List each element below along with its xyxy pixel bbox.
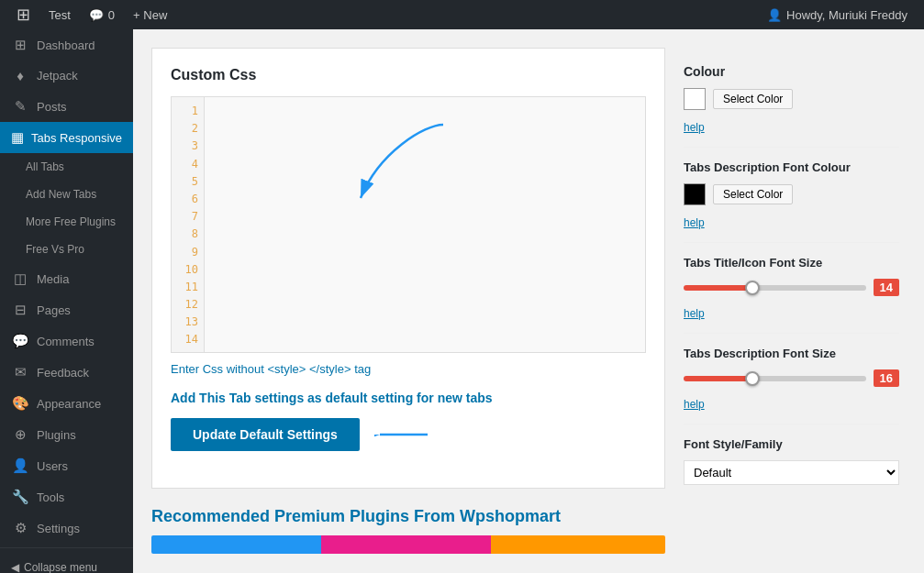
sidebar-collapse-button[interactable]: ◀ Collapse menu: [0, 552, 133, 573]
sidebar-item-jetpack[interactable]: ♦ Jetpack: [0, 61, 133, 91]
sidebar-item-label: Jetpack: [37, 69, 78, 83]
title-font-size-help-link[interactable]: help: [684, 307, 705, 320]
sidebar-item-tabs-responsive[interactable]: ▦ Tabs Responsive: [0, 122, 133, 153]
default-settings-heading: Add This Tab settings as default setting…: [171, 391, 646, 405]
tabs-desc-font-colour-section: Tabs Description Font Colour Select Colo…: [684, 148, 899, 243]
desc-font-size-help-link[interactable]: help: [684, 398, 705, 411]
line-numbers: 12345 678910 1112131415 16171819: [172, 97, 205, 352]
collapse-label: Collapse menu: [24, 561, 97, 573]
sidebar-item-label: Dashboard: [37, 39, 95, 52]
sidebar-item-label: Feedback: [37, 366, 89, 380]
sidebar-item-pages[interactable]: ⊟ Pages: [0, 294, 133, 325]
sidebar-item-label: Media: [37, 272, 69, 286]
tabs-desc-colour-swatch[interactable]: [684, 183, 706, 205]
adminbar-new[interactable]: + New: [124, 0, 176, 29]
tabs-desc-font-size-label: Tabs Description Font Size: [684, 347, 899, 360]
posts-icon: ✎: [11, 98, 29, 115]
title-font-size-thumb[interactable]: [745, 281, 760, 295]
tabs-title-icon-font-size-section: Tabs Title/Icon Font Size 14 help: [684, 243, 899, 334]
sidebar-item-label: Posts: [37, 100, 67, 114]
admin-bar: ⊞ Test 💬 0 + New 👤 Howdy, Muriuki Freddy: [0, 0, 924, 29]
update-default-settings-button[interactable]: Update Default Settings: [171, 418, 360, 451]
font-style-family-select[interactable]: Default Arial Georgia Times New Roman: [684, 460, 899, 485]
settings-icon: ⚙: [11, 520, 29, 536]
sidebar-item-media[interactable]: ◫ Media: [0, 263, 133, 294]
colour-label: Colour: [684, 61, 899, 79]
sidebar-submenu-all-tabs[interactable]: All Tabs: [0, 153, 133, 181]
font-style-family-section: Font Style/Family Default Arial Georgia …: [684, 424, 899, 498]
custom-css-card: Custom Css 12345 678910 1112131415 16171…: [151, 48, 665, 489]
sidebar-item-feedback[interactable]: ✉ Feedback: [0, 357, 133, 388]
pages-icon: ⊟: [11, 302, 29, 318]
desc-font-size-slider[interactable]: [684, 376, 866, 381]
select-color-button[interactable]: Select Color: [713, 89, 793, 109]
howdy-text: Howdy, Muriuki Freddy: [786, 8, 907, 22]
comments-icon: 💬: [11, 333, 29, 349]
wp-logo-icon[interactable]: ⊞: [7, 5, 39, 25]
jetpack-icon: ♦: [11, 68, 29, 83]
comment-icon: 💬: [89, 8, 104, 22]
sidebar-item-settings[interactable]: ⚙ Settings: [0, 512, 133, 544]
sidebar-item-label: Comments: [37, 335, 95, 348]
title-font-size-slider[interactable]: [684, 285, 866, 291]
sidebar-item-users[interactable]: 👤 Users: [0, 450, 133, 481]
sidebar-item-tools[interactable]: 🔧 Tools: [0, 481, 133, 512]
css-helper-text: Enter Css without <style> </style> tag: [171, 362, 646, 376]
sidebar-divider: [0, 547, 133, 548]
sidebar-submenu-free-vs-pro[interactable]: Free Vs Pro: [0, 236, 133, 263]
colour-swatch[interactable]: [684, 88, 706, 110]
sidebar-item-label: Appearance: [37, 397, 101, 411]
sidebar-item-posts[interactable]: ✎ Posts: [0, 91, 133, 122]
add-new-tabs-label: Add New Tabs: [26, 188, 96, 201]
sidebar-item-label: Pages: [37, 303, 71, 317]
title-font-size-value: 14: [874, 279, 899, 296]
code-area-container[interactable]: [205, 97, 645, 352]
desc-font-size-thumb[interactable]: [745, 371, 760, 386]
sidebar-submenu-more-free-plugins[interactable]: More Free Plugins: [0, 208, 133, 236]
right-panel: Colour Select Color help Tabs Descriptio…: [684, 48, 899, 555]
adminbar-comments[interactable]: 💬 0: [80, 0, 124, 29]
adminbar-user[interactable]: 👤 Howdy, Muriuki Freddy: [758, 8, 917, 22]
tabs-desc-colour-picker-row: Select Color: [684, 183, 899, 205]
sidebar-item-label: Users: [37, 459, 68, 473]
sidebar-item-appearance[interactable]: 🎨 Appearance: [0, 388, 133, 419]
more-free-plugins-label: More Free Plugins: [26, 215, 116, 228]
main-content: Custom Css 12345 678910 1112131415 16171…: [133, 29, 924, 573]
user-avatar-icon: 👤: [767, 8, 782, 22]
code-editor-wrapper: 12345 678910 1112131415 16171819: [171, 96, 646, 353]
custom-css-input[interactable]: [205, 97, 645, 352]
tabs-responsive-icon: ▦: [11, 129, 24, 146]
sidebar-item-plugins[interactable]: ⊕ Plugins: [0, 419, 133, 450]
blue-arrow-left: [374, 424, 429, 446]
sidebar: ⊞ Dashboard ♦ Jetpack ✎ Posts ▦ Tabs Res…: [0, 29, 133, 573]
free-vs-pro-label: Free Vs Pro: [26, 243, 84, 256]
site-name-text: Test: [49, 8, 71, 22]
tabs-title-icon-font-size-label: Tabs Title/Icon Font Size: [684, 256, 899, 270]
sidebar-item-comments[interactable]: 💬 Comments: [0, 325, 133, 357]
users-icon: 👤: [11, 457, 29, 474]
all-tabs-label: All Tabs: [26, 160, 64, 173]
custom-css-title: Custom Css: [171, 67, 646, 83]
dashboard-icon: ⊞: [11, 37, 29, 53]
sidebar-submenu-add-new-tabs[interactable]: Add New Tabs: [0, 181, 133, 208]
feedback-icon: ✉: [11, 364, 29, 380]
tabs-desc-font-colour-label: Tabs Description Font Colour: [684, 160, 899, 174]
collapse-icon: ◀: [11, 561, 19, 573]
adminbar-site-name[interactable]: Test: [39, 0, 80, 29]
plugins-icon: ⊕: [11, 426, 29, 443]
tabs-desc-select-color-button[interactable]: Select Color: [713, 184, 793, 204]
sidebar-item-dashboard[interactable]: ⊞ Dashboard: [0, 29, 133, 61]
desc-font-size-value: 16: [874, 369, 899, 387]
tabs-desc-font-size-section: Tabs Description Font Size 16 help: [684, 334, 899, 424]
tabs-desc-font-colour-help-link[interactable]: help: [684, 216, 705, 229]
title-font-size-slider-row: 14: [684, 279, 899, 296]
colour-help-link[interactable]: help: [684, 121, 705, 134]
sidebar-item-label: Settings: [37, 522, 80, 535]
comment-count: 0: [108, 8, 115, 22]
font-style-family-label: Font Style/Family: [684, 437, 899, 451]
colour-section: Colour Select Color help: [684, 48, 899, 148]
appearance-icon: 🎨: [11, 395, 29, 412]
desc-font-size-slider-row: 16: [684, 369, 899, 387]
media-icon: ◫: [11, 270, 29, 287]
colour-picker-row: Select Color: [684, 88, 899, 110]
